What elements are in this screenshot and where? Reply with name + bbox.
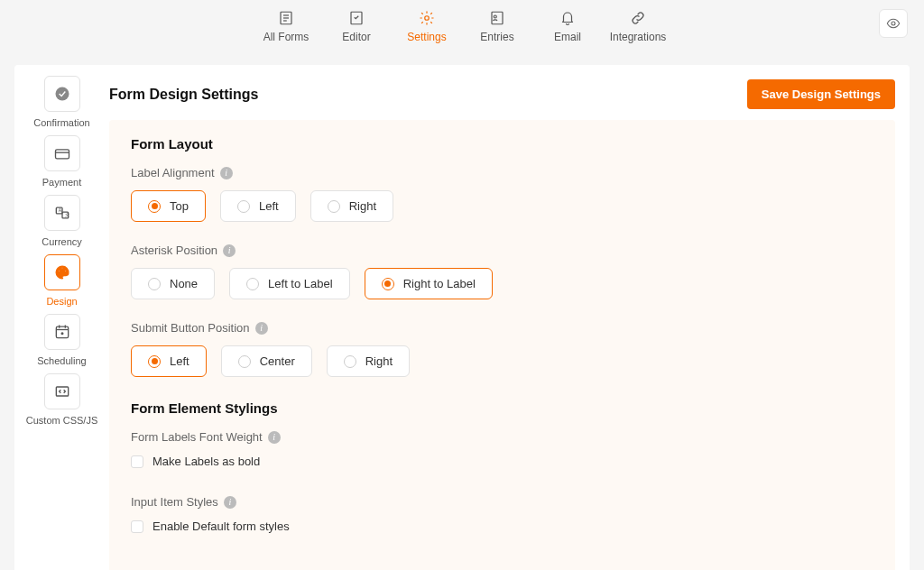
nav-label: Editor (342, 31, 370, 43)
radio-dot (148, 355, 161, 368)
field-label-text: Label Alignment (131, 166, 215, 179)
sidebar-item-label: Payment (42, 177, 81, 188)
radio-dot (237, 200, 250, 213)
eye-icon (886, 16, 901, 31)
radio-dot (344, 355, 356, 368)
info-icon[interactable]: i (223, 244, 236, 257)
code-icon (53, 382, 71, 400)
field-font-weight: Form Labels Font Weight i Make Labels as… (131, 430, 873, 468)
radio-dot (148, 278, 161, 290)
field-label-alignment: Label Alignment i Top Left Right (131, 166, 873, 222)
svg-rect-6 (492, 12, 503, 24)
sidebar-item-label: Currency (42, 236, 82, 247)
top-navigation: All Forms Editor Settings Entries Email … (0, 0, 924, 49)
nav-email[interactable]: Email (542, 9, 593, 43)
checkbox-label: Enable Default form styles (152, 519, 290, 533)
save-design-button[interactable]: Save Design Settings (747, 79, 895, 109)
svg-point-8 (892, 22, 895, 25)
sidebar-item-currency[interactable]: A文 Currency (24, 195, 100, 247)
nav-label: Settings (407, 31, 446, 43)
nav-entries[interactable]: Entries (472, 9, 522, 43)
field-label-text: Form Labels Font Weight (131, 430, 263, 444)
sidebar-item-design[interactable]: Design (24, 254, 100, 307)
sidebar-item-confirmation[interactable]: Confirmation (24, 76, 100, 128)
sidebar-item-scheduling[interactable]: Scheduling (24, 314, 100, 366)
radio-asterisk-right[interactable]: Right to Label (365, 268, 493, 299)
checkbox-label: Make Labels as bold (152, 455, 260, 468)
radio-submit-center[interactable]: Center (221, 345, 312, 377)
editor-icon (347, 9, 365, 27)
nav-all-forms[interactable]: All Forms (261, 9, 311, 43)
radio-label-alignment-top[interactable]: Top (131, 190, 206, 222)
sidebar-item-custom-css[interactable]: Custom CSS/JS (24, 373, 100, 426)
radio-dot (328, 200, 340, 213)
entries-icon (488, 9, 506, 27)
svg-text:A: A (58, 207, 61, 213)
calendar-icon (53, 323, 71, 341)
link-icon (629, 9, 647, 27)
gear-icon (418, 9, 436, 27)
svg-text:文: 文 (64, 212, 69, 217)
radio-label-alignment-left[interactable]: Left (220, 190, 296, 222)
nav-label: Entries (480, 31, 513, 43)
nav-label: All Forms (263, 31, 310, 43)
settings-panel: Form Layout Label Alignment i Top Left R… (109, 120, 895, 570)
sidebar-item-label: Design (46, 296, 77, 307)
info-icon[interactable]: i (255, 322, 268, 335)
bell-icon (559, 9, 577, 27)
sidebar-item-payment[interactable]: Payment (24, 135, 100, 188)
svg-rect-10 (55, 150, 69, 159)
sidebar-item-label: Scheduling (37, 355, 86, 366)
svg-point-5 (425, 16, 430, 21)
radio-dot (382, 278, 394, 290)
svg-point-18 (64, 270, 66, 271)
field-label-text: Submit Button Position (131, 321, 250, 335)
check-circle-icon (53, 85, 71, 103)
nav-label: Integrations (610, 31, 667, 43)
nav-label: Email (554, 31, 581, 43)
main-content: Form Design Settings Save Design Setting… (109, 65, 910, 570)
checkbox-default-styles[interactable] (131, 520, 143, 533)
info-icon[interactable]: i (268, 431, 281, 444)
field-submit-position: Submit Button Position i Left Center Rig… (131, 321, 873, 377)
currency-icon: A文 (53, 204, 71, 222)
sidebar-item-label: Custom CSS/JS (26, 415, 97, 426)
page-container: Confirmation Payment A文 Currency Design … (14, 65, 910, 570)
nav-settings[interactable]: Settings (402, 9, 452, 43)
radio-submit-left[interactable]: Left (131, 345, 207, 377)
svg-point-23 (61, 333, 63, 335)
field-asterisk-position: Asterisk Position i None Left to Label R… (131, 244, 873, 299)
radio-dot (148, 200, 161, 213)
forms-icon (277, 9, 295, 27)
preview-button[interactable] (879, 9, 908, 38)
radio-submit-right[interactable]: Right (327, 345, 410, 377)
radio-asterisk-none[interactable]: None (131, 268, 215, 299)
info-icon[interactable]: i (224, 496, 236, 509)
radio-asterisk-left[interactable]: Left to Label (229, 268, 350, 299)
radio-label-alignment-right[interactable]: Right (310, 190, 393, 222)
svg-point-17 (61, 268, 63, 270)
checkbox-bold-labels[interactable] (131, 455, 143, 468)
svg-rect-24 (56, 387, 68, 396)
sidebar-item-label: Confirmation (33, 117, 89, 128)
field-input-styles: Input Item Styles i Enable Default form … (131, 495, 873, 533)
palette-icon (53, 263, 71, 281)
nav-editor[interactable]: Editor (331, 9, 382, 43)
radio-dot (238, 355, 251, 368)
card-icon (53, 144, 71, 162)
svg-point-7 (494, 15, 496, 18)
radio-dot (246, 278, 259, 290)
nav-integrations[interactable]: Integrations (613, 9, 663, 43)
page-title: Form Design Settings (109, 87, 258, 103)
form-layout-heading: Form Layout (131, 136, 873, 152)
field-label-text: Asterisk Position (131, 244, 217, 257)
field-label-text: Input Item Styles (131, 495, 218, 509)
form-stylings-heading: Form Element Stylings (131, 400, 873, 416)
settings-sidebar: Confirmation Payment A文 Currency Design … (14, 65, 109, 570)
info-icon[interactable]: i (220, 167, 233, 179)
svg-point-16 (58, 270, 60, 271)
svg-point-9 (55, 87, 69, 101)
